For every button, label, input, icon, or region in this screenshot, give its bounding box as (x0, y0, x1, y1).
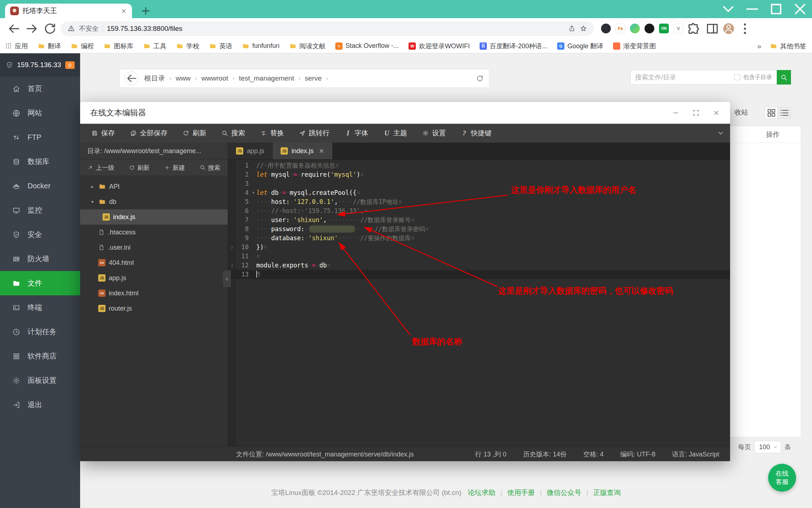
editor-toolbar-settings-button[interactable]: 设置 (415, 124, 453, 143)
tree-file-404.html[interactable]: <>404.html (80, 255, 228, 270)
bookmark-item[interactable]: 渐变背景图 (613, 42, 656, 50)
bookmark-item[interactable]: 图标库 (104, 42, 133, 50)
editor-toolbar-goto-line-button[interactable]: 跳转行 (291, 124, 337, 143)
sidebar-item-logout[interactable]: 退出 (0, 393, 80, 417)
tree-folder-API[interactable]: ▸API (80, 179, 228, 194)
code-area[interactable]: 1//·用于配置服务器相关信息¤2let·mysql·=·require('my… (228, 160, 730, 447)
sidebar-item-terminal[interactable]: 终端 (0, 295, 80, 320)
sidebar-item-appstore[interactable]: 软件商店 (0, 344, 80, 368)
window-close-button[interactable] (788, 0, 812, 18)
editor-toolbar-replace-button[interactable]: 替换 (253, 124, 291, 143)
tree-file-index.js[interactable]: JSindex.js (80, 209, 228, 225)
tree-file-index.html[interactable]: <>index.html (80, 286, 228, 301)
chevron-down-icon[interactable]: ▾ (90, 199, 95, 205)
bookmark-item[interactable]: 翻译 (38, 42, 61, 50)
editor-toolbar-font-button[interactable]: I字体 (337, 124, 376, 143)
bookmark-item[interactable]: 应用 (5, 42, 28, 50)
fe-extension-icon[interactable]: Fe (616, 24, 625, 33)
footer-link[interactable]: 微信公众号 (547, 488, 581, 497)
bitmoji-extension-icon[interactable] (601, 24, 611, 33)
sidebar-item-docker[interactable]: Docker (0, 174, 80, 198)
editor-toolbar-theme-button[interactable]: U主题 (376, 124, 415, 143)
footer-link[interactable]: 论坛求助 (468, 488, 496, 497)
fold-marker-icon[interactable]: ▾ (250, 188, 256, 197)
bookmark-item[interactable]: funfunfun (242, 42, 279, 50)
online-support-button[interactable]: 在线 客服 (768, 464, 796, 492)
reload-button[interactable] (43, 21, 57, 36)
sidebar-item-panel-settings[interactable]: 面板设置 (0, 368, 80, 393)
server-host-header[interactable]: 159.75.136.33 0 (0, 53, 80, 77)
side-panel-icon[interactable] (705, 21, 720, 36)
panel-action-up-level-button[interactable]: 上一级 (87, 164, 114, 172)
bookmark-item[interactable]: 阅读文献 (289, 42, 326, 50)
editor-tab-index.js[interactable]: JSindex.js (273, 143, 333, 159)
tree-file-router.js[interactable]: JSrouter.js (80, 301, 228, 316)
bookmark-item[interactable]: 编程 (71, 42, 94, 50)
other-bookmarks[interactable]: 其他书签 (770, 42, 806, 50)
back-button[interactable] (7, 21, 21, 36)
tab-search-chevron-icon[interactable] (716, 0, 740, 18)
url-bar[interactable]: 不安全 159.75.136.33:8800/files (61, 21, 594, 36)
tree-file-app.js[interactable]: JSapp.js (80, 270, 228, 286)
browser-tab[interactable]: 托塔李天王 (5, 4, 132, 18)
sidebar-item-cron[interactable]: 计划任务 (0, 320, 80, 344)
list-view-button[interactable] (778, 107, 791, 119)
breadcrumb-segment[interactable]: wwwroot (202, 74, 228, 82)
sidebar-item-ftp[interactable]: FTP (0, 125, 80, 149)
editor-toolbar-search-button[interactable]: 搜索 (214, 124, 253, 143)
sidebar-item-firewall[interactable]: 防火墙 (0, 247, 80, 271)
profile-avatar[interactable] (723, 23, 734, 34)
recycle-bin-button[interactable]: 收站 (734, 108, 748, 117)
window-maximize-button[interactable] (764, 0, 788, 18)
panel-action-new-button[interactable]: 新建 (164, 164, 185, 172)
footer-link[interactable]: 使用手册 (508, 488, 535, 497)
footer-link[interactable]: 正版查询 (593, 488, 621, 497)
toolbar-collapse-chevron-icon[interactable] (717, 124, 724, 143)
bookmark-star-icon[interactable] (580, 25, 587, 32)
tree-file-.htaccess[interactable]: .htaccess (80, 225, 228, 240)
path-back-button[interactable] (125, 71, 138, 85)
v-shield-extension-icon[interactable]: V (674, 24, 683, 33)
editor-toolbar-save-all-button[interactable]: 全部保存 (123, 124, 175, 143)
bookmark-item[interactable]: ≡Stack Overflow -... (335, 42, 399, 50)
share-icon[interactable] (568, 25, 576, 32)
tab-close-icon[interactable] (121, 8, 127, 14)
sidebar-item-database[interactable]: 数据库 (0, 149, 80, 174)
window-minimize-button[interactable] (740, 0, 764, 18)
sidebar-item-home[interactable]: 首页 (0, 77, 80, 101)
include-subdir-checkbox[interactable] (734, 74, 740, 80)
search-input[interactable]: 搜索文件/目录 包含子目录 (630, 70, 777, 85)
new-tab-button[interactable] (140, 5, 152, 17)
breadcrumb-segment[interactable]: 根目录 (144, 74, 165, 83)
chevron-right-icon[interactable]: ▸ (90, 184, 95, 189)
puzzle-extensions-icon[interactable] (687, 21, 701, 36)
bookmark-item[interactable]: 英语 (209, 42, 232, 50)
editor-minimize-icon[interactable] (672, 109, 679, 116)
browser-menu-kebab-icon[interactable] (738, 21, 752, 36)
sidebar-item-monitor[interactable]: 监控 (0, 198, 80, 222)
breadcrumb-segment[interactable]: test_management (239, 74, 294, 82)
editor-title-bar[interactable]: 在线文本编辑器 (80, 102, 730, 124)
editor-toolbar-hotkeys-button[interactable]: ?快捷键 (453, 124, 499, 143)
feather-extension-icon[interactable] (630, 24, 640, 33)
search-button[interactable] (777, 70, 791, 85)
editor-toolbar-refresh-button[interactable]: 刷新 (175, 124, 214, 143)
sidebar-item-site[interactable]: 网站 (0, 101, 80, 125)
tree-file-.user.ini[interactable]: .user.ini (80, 240, 228, 255)
forward-button[interactable] (25, 21, 39, 36)
editor-close-icon[interactable] (713, 109, 720, 116)
editor-tab-app.js[interactable]: JSapp.js (228, 143, 273, 159)
on-switch-extension-icon[interactable]: ON (659, 24, 669, 33)
bookmarks-overflow-chevron[interactable]: » (757, 42, 761, 50)
panel-action-refresh-button[interactable]: 刷新 (129, 164, 150, 172)
bookmark-item[interactable]: W欢迎登录WOWIFI (409, 42, 470, 50)
sidebar-item-security[interactable]: 安全 (0, 222, 80, 247)
tree-folder-db[interactable]: ▾db (80, 194, 228, 209)
editor-fullscreen-icon[interactable] (692, 109, 700, 116)
breadcrumb-segment[interactable]: www (176, 74, 191, 82)
dark-dot-extension-icon[interactable] (645, 24, 654, 33)
editor-toolbar-save-button[interactable]: 保存 (84, 124, 123, 143)
panel-collapse-handle[interactable]: ‹ (223, 270, 231, 287)
grid-view-button[interactable] (765, 107, 778, 119)
breadcrumb-segment[interactable]: serve (305, 74, 322, 82)
